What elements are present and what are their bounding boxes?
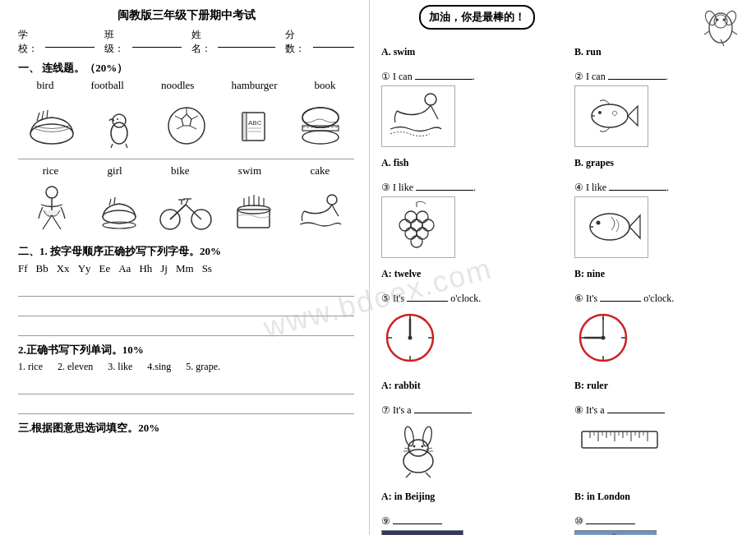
word-bird: bird xyxy=(37,79,54,92)
q2-label: ② I can xyxy=(574,71,606,82)
mouse-icon xyxy=(698,2,743,50)
q9-label: ⑨ xyxy=(381,515,390,527)
q3-label: ③ I like xyxy=(381,182,413,193)
choice-A-swim: A. swim xyxy=(381,46,550,58)
icon-cake xyxy=(224,184,282,238)
svg-rect-22 xyxy=(302,126,339,131)
q6-blank[interactable] xyxy=(600,290,641,302)
section2-header: 二、1. 按字母顺序正确抄写下列字母。20% xyxy=(18,244,354,259)
rabbit-ruler-section: A: rabbit B: ruler ⑦ It's a xyxy=(381,380,743,481)
word-football: football xyxy=(90,79,123,92)
svg-line-15 xyxy=(175,116,182,119)
svg-line-14 xyxy=(177,126,183,129)
icon-bird xyxy=(90,99,148,152)
svg-rect-101 xyxy=(582,431,657,448)
q7-image-rabbit xyxy=(381,419,455,481)
school-field[interactable] xyxy=(45,36,94,48)
write-lines-2 xyxy=(18,378,354,414)
section3: 三.根据图意思选词填空。20% xyxy=(18,421,354,436)
svg-point-63 xyxy=(417,211,428,223)
rabbit-ruler-choices: A: rabbit B: ruler xyxy=(381,380,743,392)
svg-point-90 xyxy=(408,440,428,456)
q1-blank[interactable] xyxy=(415,68,472,80)
svg-line-97 xyxy=(426,448,432,450)
word-cake: cake xyxy=(310,164,330,178)
q10-text: ⑩ xyxy=(574,513,743,528)
section1-header: 一、 连线题。（20%） xyxy=(18,61,354,76)
bottom-icon-row xyxy=(18,184,354,238)
class-field[interactable] xyxy=(132,36,182,48)
q1-image xyxy=(381,85,455,147)
word-3: 3. like xyxy=(108,361,132,373)
section2: 二、1. 按字母顺序正确抄写下列字母。20% Ff Bb Xx Yy Ee Aa… xyxy=(18,244,354,336)
words-top-row: bird football noodles hamburger book xyxy=(18,79,354,92)
q10-label: ⑩ xyxy=(574,515,583,527)
svg-point-72 xyxy=(597,221,601,225)
fish-grapes-section: A. fish B. grapes ③ I like . xyxy=(381,157,743,258)
svg-line-99 xyxy=(406,473,411,477)
swim-label: A. swim xyxy=(381,46,550,58)
icon-hamburger xyxy=(292,99,349,152)
clock-choices: A: twelve B: nine xyxy=(381,268,743,280)
q4-block: ④ I like . xyxy=(574,179,743,258)
svg-point-71 xyxy=(590,214,629,240)
svg-point-60 xyxy=(598,111,602,114)
alpha-Jj: Jj xyxy=(160,262,168,275)
svg-point-31 xyxy=(103,222,136,228)
svg-rect-17 xyxy=(242,113,247,141)
alpha-Hh: Hh xyxy=(139,262,152,275)
svg-point-5 xyxy=(111,122,127,144)
svg-line-12 xyxy=(191,116,198,119)
alpha-Yy: Yy xyxy=(78,262,91,275)
choice-A-beijing: A: in Beijing xyxy=(381,491,550,503)
q2-image xyxy=(574,85,648,147)
word-swim: swim xyxy=(238,164,261,178)
choice-B-ruler: B: ruler xyxy=(574,380,743,392)
q8-blank[interactable] xyxy=(607,402,665,413)
fish-grapes-questions: ③ I like . xyxy=(381,179,743,258)
svg-point-58 xyxy=(425,94,436,105)
word-girl: girl xyxy=(108,164,122,178)
svg-point-24 xyxy=(302,131,339,144)
svg-line-30 xyxy=(114,197,115,204)
section2b-header: 2.正确书写下列单词。10% xyxy=(18,343,354,357)
q7-blank[interactable] xyxy=(414,402,472,413)
word-hamburger: hamburger xyxy=(231,79,277,92)
q5-suffix: o'clock. xyxy=(450,293,481,304)
q9-blank[interactable] xyxy=(393,513,442,524)
svg-point-62 xyxy=(405,211,417,223)
places-choices: A: in Beijing B: in London xyxy=(381,491,743,503)
q1-block: ① I can . xyxy=(381,68,550,147)
svg-point-8 xyxy=(117,118,118,120)
svg-point-69 xyxy=(411,236,422,247)
clock-questions: ⑤ It's o'clock. xyxy=(381,290,743,370)
svg-point-66 xyxy=(422,219,434,231)
name-field[interactable] xyxy=(218,36,275,48)
alpha-Ff: Ff xyxy=(18,262,28,275)
svg-point-25 xyxy=(302,108,339,127)
school-label: 学校： xyxy=(18,28,44,56)
word-noodles: noodles xyxy=(161,79,194,92)
choice-B-nine: B: nine xyxy=(574,268,743,280)
q3-blank[interactable] xyxy=(416,179,473,191)
icon-swim xyxy=(292,184,349,238)
q5-blank[interactable] xyxy=(407,290,448,302)
score-field[interactable] xyxy=(313,36,354,48)
q4-image-fish xyxy=(574,196,648,258)
q5-text: ⑤ It's o'clock. xyxy=(381,290,550,305)
choice-A-twelve: A: twelve xyxy=(381,268,550,280)
write-lines-1 xyxy=(18,280,354,336)
left-column: 闽教版三年级下册期中考试 学校： 班级： 姓名： 分数： 一、 连线题。（20%… xyxy=(0,0,370,535)
alpha-Xx: Xx xyxy=(57,262,70,275)
alpha-Ss: Ss xyxy=(202,262,212,275)
q2-blank[interactable] xyxy=(608,68,666,80)
svg-point-52 xyxy=(723,9,738,26)
q8-text: ⑧ It's a xyxy=(574,402,743,417)
svg-line-56 xyxy=(704,31,709,35)
svg-point-65 xyxy=(399,219,411,231)
icon-football xyxy=(157,99,214,152)
q10-blank[interactable] xyxy=(586,513,635,524)
q4-blank[interactable] xyxy=(609,179,666,191)
svg-point-53 xyxy=(717,19,719,21)
svg-line-2 xyxy=(42,111,44,119)
